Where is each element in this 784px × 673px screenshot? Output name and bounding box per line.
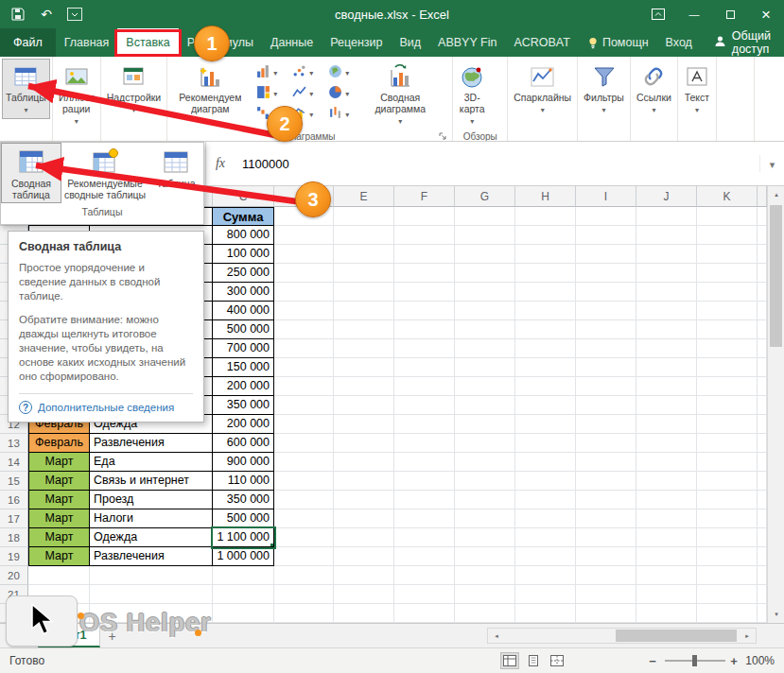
tab-insert[interactable]: Вставка (117, 28, 178, 57)
cell-B16[interactable]: Проезд (90, 491, 213, 509)
cell-B17[interactable]: Налоги (90, 509, 213, 528)
cell-J9[interactable] (636, 358, 697, 377)
cell-K13[interactable] (697, 434, 758, 453)
cell-I1[interactable] (576, 207, 636, 226)
cell-I15[interactable] (576, 472, 636, 491)
cell-A20[interactable] (28, 566, 90, 585)
cell-J8[interactable] (636, 339, 697, 358)
zoom-level[interactable]: 100% (737, 654, 775, 667)
cell-C22[interactable] (213, 604, 274, 623)
cell-C8[interactable]: 700 000 (213, 339, 274, 358)
cell-J12[interactable] (636, 415, 697, 434)
cell-D15[interactable] (274, 472, 334, 491)
cell-A13[interactable]: Февраль (28, 434, 90, 453)
scroll-right-icon[interactable] (739, 629, 756, 643)
cell-K8[interactable] (697, 339, 758, 358)
zoom-slider[interactable] (665, 660, 725, 662)
cell-I18[interactable] (576, 528, 636, 547)
cell-C2[interactable]: 800 000 (213, 226, 274, 245)
cell-G20[interactable] (455, 566, 515, 585)
tab-data[interactable]: Данные (262, 28, 322, 57)
row-header-17[interactable]: 17 (0, 509, 28, 528)
cell-J17[interactable] (636, 509, 697, 528)
cell-C10[interactable]: 200 000 (213, 377, 274, 396)
minimize-icon[interactable] (676, 0, 712, 28)
row-header-20[interactable]: 20 (0, 566, 28, 585)
cell-I11[interactable] (576, 396, 636, 415)
filters-button[interactable]: Фильтры (580, 59, 628, 119)
cell-K1[interactable] (697, 207, 758, 226)
sparklines-button[interactable]: Спарклайны (510, 59, 575, 119)
cell-E3[interactable] (334, 245, 394, 264)
maximize-icon[interactable] (712, 0, 748, 28)
column-header-H[interactable]: H (515, 186, 576, 207)
column-header-I[interactable]: I (576, 186, 636, 207)
cell-G4[interactable] (455, 264, 515, 283)
cell-F1[interactable] (394, 207, 455, 226)
dialog-launcher-icon[interactable] (438, 131, 447, 141)
cell-K17[interactable] (697, 509, 758, 528)
horizontal-scroll-track[interactable] (505, 629, 739, 643)
cell-D11[interactable] (274, 396, 334, 415)
cell-H19[interactable] (515, 547, 576, 566)
cell-D17[interactable] (274, 509, 334, 528)
pivot-chart-button[interactable]: Сводная диаграмма (366, 59, 434, 130)
cell-J13[interactable] (636, 434, 697, 453)
cell-F3[interactable] (394, 245, 455, 264)
cell-I5[interactable] (576, 283, 636, 302)
cell-F15[interactable] (394, 472, 455, 491)
cell-J3[interactable] (636, 245, 697, 264)
cell-E8[interactable] (334, 339, 394, 358)
cell-C20[interactable] (213, 566, 274, 585)
cell-E12[interactable] (334, 415, 394, 434)
cell-J21[interactable] (636, 585, 697, 604)
cell-H3[interactable] (515, 245, 576, 264)
cell-E19[interactable] (334, 547, 394, 566)
cell-C13[interactable]: 600 000 (213, 434, 274, 453)
cell-C18[interactable]: 1 100 000 (213, 528, 274, 547)
tab-signin[interactable]: Вход (657, 28, 701, 57)
cell-I21[interactable] (576, 585, 636, 604)
cell-C4[interactable]: 250 000 (213, 264, 274, 283)
cell-F17[interactable] (394, 509, 455, 528)
cell-D19[interactable] (274, 547, 334, 566)
pie-chart-button[interactable] (326, 81, 362, 102)
cell-A18[interactable]: Март (28, 528, 90, 547)
cell-C16[interactable]: 350 000 (213, 491, 274, 509)
cell-E6[interactable] (334, 302, 394, 320)
cell-J5[interactable] (636, 283, 697, 302)
cell-I4[interactable] (576, 264, 636, 283)
cell-F8[interactable] (394, 339, 455, 358)
pivot-table-menu-item[interactable]: Сводная таблица (1, 143, 61, 203)
cell-E2[interactable] (334, 226, 394, 245)
cell-F10[interactable] (394, 377, 455, 396)
cell-F4[interactable] (394, 264, 455, 283)
cell-I6[interactable] (576, 302, 636, 320)
cell-G5[interactable] (455, 283, 515, 302)
cell-H2[interactable] (515, 226, 576, 245)
cell-A14[interactable]: Март (28, 453, 90, 472)
cell-I12[interactable] (576, 415, 636, 434)
cell-K4[interactable] (697, 264, 758, 283)
tab-file[interactable]: Файл (0, 28, 56, 57)
cell-H18[interactable] (515, 528, 576, 547)
illustrations-button[interactable]: Иллюст рации (55, 59, 98, 130)
tab-layout[interactable]: Разметк (179, 28, 194, 57)
cell-J20[interactable] (636, 566, 697, 585)
column-header-K[interactable]: K (697, 186, 758, 207)
cell-F18[interactable] (394, 528, 455, 547)
row-header-19[interactable]: 19 (0, 547, 28, 566)
cell-J2[interactable] (636, 226, 697, 245)
cell-G18[interactable] (455, 528, 515, 547)
cell-D5[interactable] (274, 283, 334, 302)
column-header-C[interactable]: C (213, 186, 274, 207)
cell-I19[interactable] (576, 547, 636, 566)
cell-J11[interactable] (636, 396, 697, 415)
cell-D21[interactable] (274, 585, 334, 604)
page-layout-view-button[interactable] (524, 652, 543, 669)
cell-I14[interactable] (576, 453, 636, 472)
cell-J1[interactable] (636, 207, 697, 226)
cell-G1[interactable] (455, 207, 515, 226)
cell-D4[interactable] (274, 264, 334, 283)
cell-C21[interactable] (213, 585, 274, 604)
